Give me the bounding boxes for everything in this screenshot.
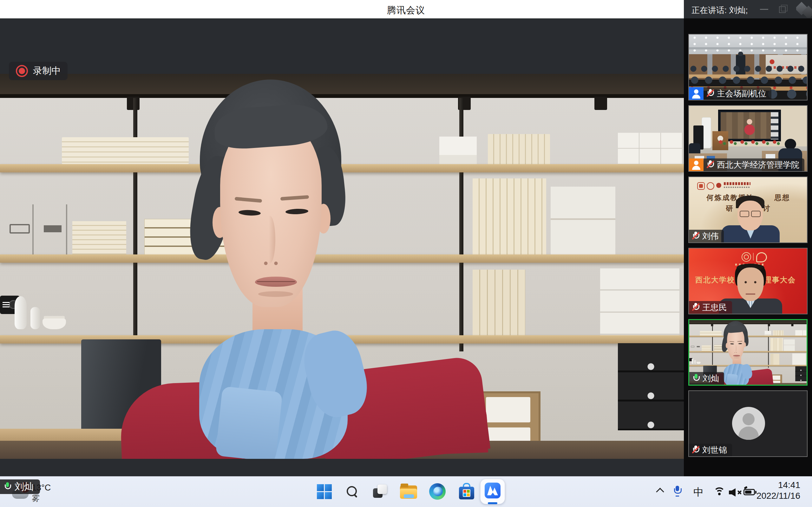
- windows-logo-icon: [317, 484, 332, 499]
- panel-collapse-ribbon[interactable]: [796, 1, 812, 18]
- tencent-meeting-logo-icon: [485, 483, 501, 498]
- file-explorer-button[interactable]: [399, 482, 418, 501]
- thumbnail-wang-zhongmin[interactable]: 西北大学校 届理事大会 王忠民: [688, 248, 808, 314]
- scene-dark-drawers: [618, 343, 684, 430]
- scene-book-stack: [72, 221, 126, 255]
- recording-label: 录制中: [33, 65, 61, 77]
- microsoft-store-button[interactable]: [457, 482, 476, 501]
- thumbnail-main-venue-camera[interactable]: 主会场副机位: [688, 34, 808, 101]
- recording-dot-icon: [16, 65, 28, 77]
- thumbnail-liu-can[interactable]: 刘灿: [688, 319, 808, 386]
- t1-beam: [689, 47, 807, 49]
- participant-name: 刘世锦: [702, 445, 727, 456]
- scene-book-stack: [62, 137, 189, 164]
- t3-logo-icon: [707, 182, 714, 190]
- scene-books: [488, 134, 550, 164]
- scene-books: [473, 178, 546, 255]
- participant-name: 西北大学经济管理学院: [717, 159, 799, 170]
- scene-frame-post: [459, 98, 463, 351]
- scene-storage-box: [551, 187, 615, 255]
- scene-frame-post: [133, 98, 137, 351]
- participant-name: 刘灿: [703, 373, 719, 384]
- panel-popout-button[interactable]: [779, 6, 786, 13]
- participants-panel-header: 正在讲话: 刘灿;: [684, 0, 812, 18]
- participant-name: 刘伟: [702, 231, 719, 242]
- edge-browser-button[interactable]: [428, 482, 447, 501]
- battery-charging-icon[interactable]: [744, 489, 757, 496]
- search-icon: [347, 486, 357, 497]
- mic-on-icon: [693, 374, 699, 383]
- speaker-name: 刘灿: [14, 481, 34, 493]
- panel-minimize-button[interactable]: [760, 9, 768, 10]
- edge-icon: [429, 483, 446, 500]
- task-view-button[interactable]: [370, 482, 390, 501]
- active-app-indicator: [488, 502, 497, 504]
- t3-glasses-icon: [739, 211, 761, 216]
- t3-logo-icon: [697, 182, 705, 190]
- avatar-placeholder-icon: [732, 407, 765, 440]
- folder-icon: [400, 484, 417, 499]
- tray-time: 14:41: [757, 480, 800, 491]
- orange-person-badge-icon: [689, 158, 704, 171]
- blue-person-badge-icon: [689, 87, 704, 100]
- speaker-video[interactable]: [0, 74, 684, 459]
- store-bag-icon: [459, 483, 474, 500]
- main-stage: 录制中 刘灿: [0, 18, 684, 476]
- clock-widget[interactable]: 14:41 2022/11/16: [757, 480, 800, 501]
- scene-bowls: [43, 319, 66, 329]
- tray-date: 2022/11/16: [757, 491, 800, 501]
- t4-slide-text-left: 西北大学校: [695, 275, 735, 285]
- speaking-status: 正在讲话: 刘灿;: [692, 5, 748, 16]
- scene-books: [473, 270, 525, 335]
- t4-anniversary-logo-icon: [756, 252, 767, 262]
- speaker-scarf: [215, 386, 283, 459]
- participant-name: 主会场副机位: [717, 88, 766, 99]
- speaker-name-badge: 刘灿: [0, 480, 40, 494]
- scene-vase: [31, 307, 40, 329]
- task-view-icon: [372, 484, 388, 499]
- muted-mic-icon: [692, 231, 699, 241]
- t3-seal-icon: [716, 183, 721, 188]
- t4-person-face: [737, 268, 764, 301]
- wifi-icon[interactable]: [713, 487, 727, 498]
- thumbnail-liu-wei[interactable]: 何炼成教授治思想 研讨 刘伟: [688, 176, 808, 243]
- t3-logo-text-mark: [724, 182, 751, 188]
- muted-mic-icon: [707, 89, 714, 98]
- participant-name: 王忠民: [702, 302, 727, 313]
- scene-storage-box: [439, 136, 477, 164]
- scene-drawer-grid: [618, 133, 682, 164]
- muted-mic-icon: [692, 302, 699, 312]
- mic-on-icon: [4, 482, 11, 492]
- search-button[interactable]: [343, 482, 362, 501]
- thumbnail-liu-shijin[interactable]: 刘世锦: [688, 390, 808, 457]
- t2-flowers: [718, 140, 781, 145]
- speaker-video-scene: [0, 74, 684, 459]
- ime-indicator[interactable]: 中: [693, 486, 704, 499]
- tencent-meeting-taskbar-button[interactable]: [480, 478, 507, 505]
- muted-mic-icon: [692, 445, 699, 455]
- tray-mic-icon[interactable]: [673, 486, 681, 496]
- volume-muted-icon[interactable]: [729, 488, 742, 497]
- t1-ceiling: [689, 35, 807, 54]
- speaker-head: [196, 79, 346, 320]
- scene-frame-clamp: [595, 97, 607, 110]
- t4-seal-icon: [742, 252, 751, 262]
- scene-trunks: [0, 205, 69, 255]
- weather-condition: 雾: [32, 493, 40, 504]
- thumbnail-nwu-economics-school[interactable]: 西北大学经济管理学院: [688, 105, 808, 172]
- window-titlebar: [0, 0, 684, 18]
- muted-mic-icon: [707, 160, 714, 170]
- t4-logo-divider: [753, 253, 754, 261]
- scene-vase: [14, 296, 27, 329]
- start-button[interactable]: [315, 482, 334, 501]
- recording-status-badge: 录制中: [9, 62, 67, 80]
- scene-storage-box: [600, 268, 679, 335]
